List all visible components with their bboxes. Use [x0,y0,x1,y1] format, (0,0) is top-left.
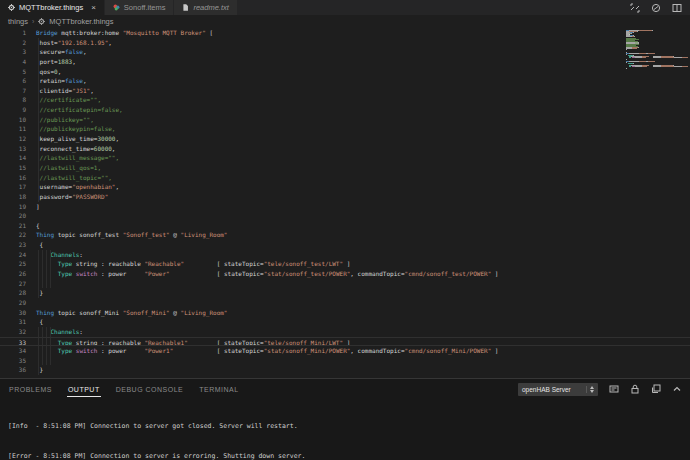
code-line[interactable]: 28 } [0,288,690,298]
tab-problems[interactable]: PROBLEMS [8,382,53,397]
code-line[interactable]: 23 { [0,240,690,250]
log-line-info: [Info - 8:51:08 PM] Connection to server… [8,421,682,431]
code-line[interactable]: 25 Type string : reachable "Reachable" [… [0,259,690,269]
code-line-text: //certificatepin=false, [30,105,690,115]
minimap[interactable] [626,30,688,150]
indent-guide [50,346,51,356]
indent-guide [38,86,39,96]
code-line[interactable]: 17 username="openhabian", [0,182,690,192]
line-number: 30 [0,308,30,318]
line-number: 26 [0,269,30,279]
indent-guide [50,356,51,366]
code-line-text: password="PASSWORD" [30,192,690,202]
code-line-text: //lastwill_message="", [30,153,690,163]
indent-guide [38,259,39,269]
code-line[interactable]: 19] [0,202,690,212]
code-line[interactable]: 8 //certificate="", [0,95,690,105]
code-line[interactable]: 9 //certificatepin=false, [0,105,690,115]
indent-guide [50,338,51,346]
items-file-icon [113,4,120,11]
indent-guide [38,57,39,67]
code-line[interactable]: 6 retain=false, [0,76,690,86]
indent-guide [38,269,39,279]
code-line[interactable]: 29 [0,298,690,308]
tab-sonoff-items[interactable]: Sonoff.items [105,0,175,15]
code-line[interactable]: 12 keep_alive_time=30000, [0,134,690,144]
tab-terminal[interactable]: TERMINAL [198,382,239,397]
line-number: 20 [0,211,30,221]
code-line[interactable]: 32 Channels: [0,327,690,337]
code-line-text: //publickey="", [30,115,690,125]
line-number: 19 [0,202,30,212]
toggle-layout-icon[interactable] [630,3,640,13]
code-line-text: secure=false, [30,47,690,57]
code-line[interactable]: 5 qos=0, [0,67,690,77]
code-line[interactable]: 31 { [0,317,690,327]
breadcrumb-folder[interactable]: things [8,17,28,26]
code-line[interactable]: 21{ [0,221,690,231]
code-line[interactable]: 33 Type string : reachable "Reachable1" … [0,337,690,347]
code-line-text: //lastwill_topic="", [30,173,690,183]
split-editor-icon[interactable] [672,3,682,13]
code-line[interactable]: 10 //publickey="", [0,115,690,125]
code-line[interactable]: 24 Channels: [0,250,690,260]
code-line[interactable]: 20 [0,211,690,221]
panel-header: PROBLEMS OUTPUT DEBUG CONSOLE TERMINAL o… [0,379,690,399]
indent-guide [38,338,39,346]
code-line[interactable]: 30Thing topic sonoff_Mini "Sonoff_Mini" … [0,308,690,318]
indent-guide [38,365,39,375]
code-line[interactable]: 14 //lastwill_message="", [0,153,690,163]
code-line[interactable]: 27 [0,279,690,289]
indent-guide [46,269,47,279]
code-line[interactable]: 18 password="PASSWORD" [0,192,690,202]
code-line[interactable]: 7 clientid="JS1", [0,86,690,96]
line-number: 8 [0,95,30,105]
code-line[interactable]: 26 Type switch : power "Power" [ stateTo… [0,269,690,279]
code-line[interactable]: 36 } [0,365,690,375]
tab-output[interactable]: OUTPUT [67,382,101,397]
code-line[interactable]: 22Thing topic sonoff_test "Sonoff_test" … [0,230,690,240]
circle-slash-icon[interactable] [651,3,661,13]
clear-output-icon[interactable] [609,384,619,394]
line-number: 33 [0,338,30,346]
line-number: 4 [0,57,30,67]
indent-guide [38,124,39,134]
tab-readme-txt[interactable]: readme.txt [174,0,237,15]
output-channel-select[interactable]: openHAB Server [518,383,598,396]
breadcrumb-file[interactable]: MQTTbroker.things [49,17,113,26]
minimap-line [626,68,688,69]
code-line[interactable]: 3 secure=false, [0,47,690,57]
chevron-right-icon: › [32,18,34,25]
code-line[interactable]: 13 reconnect_time=60000, [0,144,690,154]
code-line-text: Thing topic sonoff_test "Sonoff_test" @ … [30,230,690,240]
code-line[interactable]: 11 //publickeypin=false, [0,124,690,134]
code-line[interactable]: 15 //lastwill_qos=1, [0,163,690,173]
code-line[interactable]: 2 host="192.168.1.95", [0,38,690,48]
indent-guide [42,269,43,279]
code-line-text [30,298,690,308]
code-line-text: host="192.168.1.95", [30,38,690,48]
code-line[interactable]: 4 port=1883, [0,57,690,67]
close-tab-icon[interactable]: × [91,4,96,12]
indent-guide [46,250,47,260]
tab-debug-console[interactable]: DEBUG CONSOLE [115,382,185,397]
indent-guide [38,356,39,366]
indent-guide [46,356,47,366]
code-line-text: clientid="JS1", [30,86,690,96]
open-log-icon[interactable] [651,384,661,394]
indent-guide [38,76,39,86]
bottom-panel: PROBLEMS OUTPUT DEBUG CONSOLE TERMINAL o… [0,378,690,460]
tab-mqttbroker-things[interactable]: MQTTbroker.things × [0,0,105,15]
code-line[interactable]: 34 Type switch : power "Power1" [ stateT… [0,346,690,356]
indent-guide [38,288,39,298]
lock-scroll-icon[interactable] [630,384,640,394]
code-line[interactable]: 35 [0,356,690,366]
line-number: 16 [0,173,30,183]
code-line[interactable]: 1Bridge mqtt:broker:home "Mosquitto MQTT… [0,28,690,38]
text-file-icon [182,4,189,11]
code-line[interactable]: 16 //lastwill_topic="", [0,173,690,183]
line-number: 36 [0,365,30,375]
code-editor[interactable]: 1Bridge mqtt:broker:home "Mosquitto MQTT… [0,28,690,378]
indent-guide [50,279,51,289]
maximize-panel-icon[interactable] [672,384,682,394]
